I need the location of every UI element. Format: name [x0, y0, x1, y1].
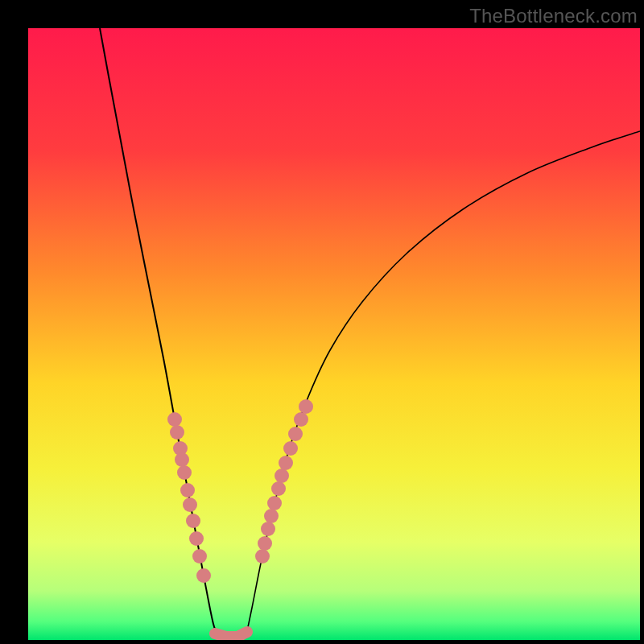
chart-frame: TheBottleneck.com [0, 0, 644, 644]
data-dot [279, 456, 293, 470]
data-dot [180, 483, 195, 497]
data-dot [294, 412, 308, 427]
data-dot [177, 465, 192, 480]
data-dot [186, 514, 200, 528]
data-dot [261, 522, 275, 536]
left-branch-curve [100, 28, 220, 638]
data-dot [255, 549, 270, 564]
right-branch-curve [246, 131, 640, 638]
data-dot [167, 412, 182, 427]
data-dot [288, 427, 303, 441]
curve-layer [28, 28, 640, 640]
data-dot [275, 469, 289, 483]
data-dot [192, 549, 207, 564]
data-dot [271, 481, 286, 496]
data-dot [183, 497, 197, 512]
watermark-text: TheBottleneck.com [469, 5, 638, 27]
data-dot [299, 399, 313, 414]
plot-area [28, 28, 640, 640]
data-dot [283, 441, 298, 456]
bottom-lump [215, 632, 247, 637]
data-dot [175, 452, 189, 467]
data-dot [189, 531, 204, 546]
data-dot [196, 568, 211, 583]
data-dot [267, 496, 282, 510]
data-dot [258, 536, 272, 551]
data-dot [264, 509, 279, 523]
data-dot [170, 425, 184, 440]
dot-cluster-right [255, 399, 313, 564]
